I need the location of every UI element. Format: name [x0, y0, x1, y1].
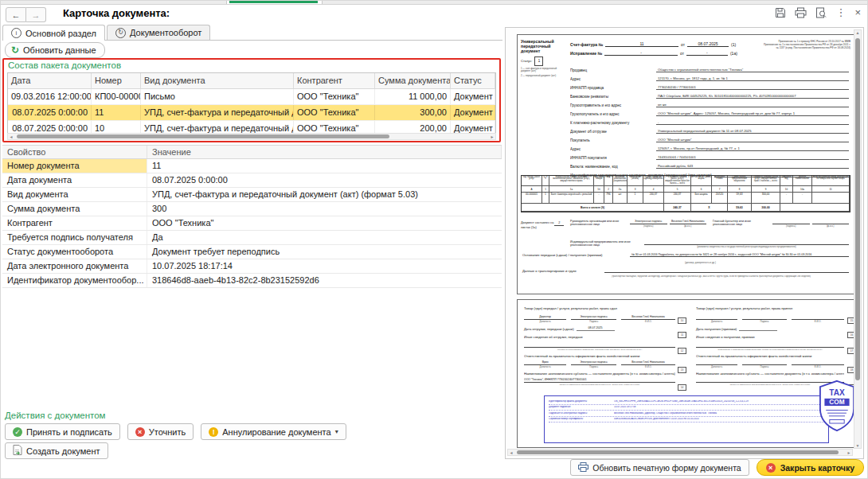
tab-label: Документооборот [130, 28, 201, 37]
close-card-button[interactable]: × Закрыть карточку [757, 459, 864, 476]
update-print-form-button[interactable]: Обновить печатную форму документа [570, 459, 749, 476]
refresh-data-button[interactable]: ↻ Обновить данные [5, 42, 105, 58]
basis-note: (договор, доверенность и др.) [685, 261, 716, 264]
goods-header-cell: Стоимость товаров (работ, услуг), имущес… [752, 176, 780, 186]
p2-date-label: Дата получения (приемки) [696, 327, 737, 331]
property-row[interactable]: Идентификатор документообор...318646d8-a… [2, 274, 502, 288]
transport-label: Данные о транспортировке и грузе [522, 269, 602, 273]
upd-form-title: Универсальный передаточный документ [521, 40, 566, 54]
property-name: Вид документа [2, 188, 147, 201]
total-empty [780, 204, 850, 212]
document-card-window: ← → Карточка документа: ⋮ × i Основной р… [0, 0, 868, 479]
cell-sum: 11 000,00 [375, 89, 451, 104]
p2-sig-segment: Должность [696, 360, 737, 368]
column-header-number[interactable]: Номер [92, 73, 141, 88]
field-value: Общество с ограниченной ответственностью… [656, 68, 849, 73]
package-row[interactable]: 09.03.2016 12:00:00КП00-000001ПисьмоООО … [8, 89, 495, 105]
goods-code-cell: 4 [643, 186, 664, 193]
scroll-up-icon[interactable]: ▲ [854, 30, 861, 35]
stamp-line-value: 10.07.2025 18:17:08 [614, 406, 824, 409]
goods-header-cell: № п/п [542, 176, 549, 186]
field-label: ИНН/КПП продавца [570, 86, 656, 90]
print-preview-icon[interactable] [815, 7, 827, 18]
property-row[interactable]: Вид документаУПД, счет-фактура и передат… [2, 188, 502, 202]
back-button[interactable]: ← [6, 7, 26, 22]
annul-document-button[interactable]: ! Аннулирование документа ▾ [201, 423, 346, 440]
update-print-label: Обновить печатную форму документа [592, 463, 741, 473]
scroll-right-icon[interactable]: ▸ [846, 450, 852, 455]
goods-code-cell: 1 [542, 186, 549, 193]
goods-header-cell: Наименование товара (описание выполненны… [549, 176, 594, 186]
cell-date: 08.07.2025 0:00:00 [8, 105, 92, 120]
package-table: Дата Номер Вид документа Контрагент Сумм… [7, 72, 496, 137]
p2-sig-sublabel: Должность [696, 320, 737, 323]
goods-table-total: Всего к оплате (9) 240,37 X 59,63 300,00 [522, 204, 850, 212]
tab-main-section[interactable]: i Основной раздел [2, 25, 105, 41]
accept-and-sign-button[interactable]: ✓ Принять и подписать [5, 423, 120, 440]
property-row[interactable]: Сумма документа300 [2, 202, 502, 216]
field-value: Российский рубль, 643 [656, 164, 849, 169]
column-header-party[interactable]: Контрагент [294, 73, 375, 88]
scroll-down-icon[interactable]: ▼ [854, 443, 861, 448]
property-row[interactable]: Номер документа11 [2, 159, 502, 173]
field-label: Продавец [570, 68, 656, 72]
scroll-left-icon[interactable]: ◂ [508, 450, 514, 455]
vscroll-thumb[interactable] [855, 38, 860, 380]
p2-signature-row: ДолжностьПодписьФ.И.О. [696, 315, 844, 323]
property-row[interactable]: Дата электронного документа10.07.2025 18… [2, 259, 502, 274]
scroll-right-icon[interactable]: ▸ [489, 134, 495, 139]
property-row[interactable]: Дата документа08.07.2025 0:00:00 [2, 173, 502, 188]
upd-field-row: Грузополучатель и его адресООО "Мясной ш… [570, 107, 849, 116]
hscroll-thumb[interactable] [517, 450, 839, 454]
property-value: 318646d8-aaeb-4b13-82c2-8b23152592d6 [147, 274, 502, 287]
package-row[interactable]: 08.07.2025 0:00:0011УПД, счет-фактура и … [8, 105, 495, 121]
invoice-date: 08.07.2025 [687, 41, 729, 47]
field-value: - [656, 120, 849, 126]
forward-button[interactable]: → [26, 7, 46, 22]
p2-date-row: Дата получения (приемки) [696, 326, 844, 331]
package-section-title: Состав пакета документов [8, 60, 121, 70]
p2-sig-sublabel: Должность [524, 365, 566, 368]
upd-field-row: Документ об отгрузкеУниверсальный переда… [570, 125, 849, 134]
signature-sublabel: (подпись) [772, 224, 810, 228]
column-header-sum[interactable]: Сумма документа [375, 73, 451, 88]
property-row[interactable]: Требуется подпись получателяДа [2, 231, 502, 245]
status-label: Статус: [521, 59, 532, 63]
more-menu-icon[interactable]: ⋮ [835, 6, 846, 19]
cell-date: 09.03.2016 12:00:00 [8, 89, 92, 104]
property-row[interactable]: КонтрагентООО "Техника" [2, 216, 502, 231]
clarify-button[interactable]: × Уточнить [127, 423, 194, 440]
goods-value-cell: шт [613, 193, 628, 204]
accountant-signature: Главный бухгалтер или иное уполномоченно… [713, 220, 849, 228]
property-row[interactable]: Статус документооборотаДокумент требует … [2, 245, 502, 259]
stamp-line-value: 00E5D83B0D82AD3C9B4E1F97D6, действителен… [614, 418, 824, 421]
tab-document-flow[interactable]: ↻ Документооборот [107, 25, 210, 40]
p2-sig-segment: ВриоДолжность [524, 360, 566, 368]
director-signature: Руководитель организации или иное уполно… [570, 220, 706, 228]
stamp-line-label: Серийный номер сертификата: [549, 418, 611, 421]
invoice-number: 11 [605, 41, 678, 47]
line-number-box: 13 [678, 367, 686, 373]
column-header-date[interactable]: Дата [8, 73, 92, 88]
scroll-left-icon[interactable]: ◂ [8, 134, 14, 139]
column-header-status[interactable]: Статус [451, 73, 495, 88]
column-header-kind[interactable]: Вид документа [141, 73, 294, 88]
goods-code-cell: 5 [664, 186, 691, 193]
basis-label: Основание передачи (сдачи) / получения (… [522, 253, 628, 257]
new-document-icon [13, 445, 22, 457]
save-icon[interactable] [775, 7, 786, 18]
preview-vscrollbar[interactable]: ▲ ▼ [854, 29, 862, 449]
preview-hscrollbar[interactable]: ◂ ▸ [507, 449, 853, 456]
cell-num: КП00-000001 [92, 89, 141, 104]
line-number-box: 10 [678, 317, 686, 324]
p2-entity-value: ООО "Техника", ИНН/КПП 7730240240/773001… [524, 378, 675, 383]
create-document-button[interactable]: Создать документ [5, 442, 108, 459]
goods-header-cell: Код товара/ работ, услуг [522, 176, 542, 186]
print-icon[interactable] [795, 7, 807, 18]
property-value: Да [147, 231, 502, 244]
close-window-icon[interactable]: × [854, 6, 861, 19]
package-table-hscrollbar[interactable]: ◂ ▸ [7, 133, 496, 140]
goods-header-cell: Код вида товара [594, 176, 604, 186]
hscroll-thumb[interactable] [17, 134, 389, 138]
document-composed-note: Документ составлен на 2 листах (1а) [521, 221, 567, 231]
